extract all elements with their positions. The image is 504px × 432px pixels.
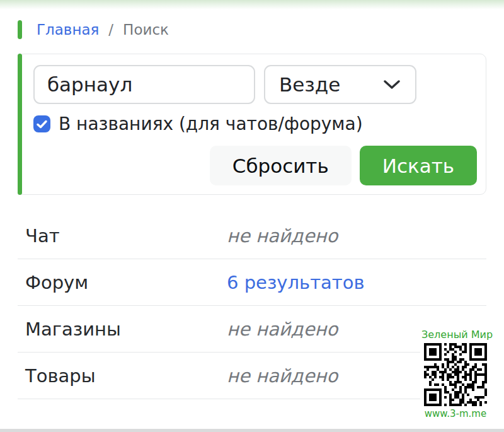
search-scope-select[interactable]: Везде (264, 65, 416, 104)
forum-results-link[interactable]: 6 результатов (227, 272, 365, 293)
watermark-url: www.3-m.me (421, 408, 490, 419)
breadcrumb-accent-bar (18, 20, 22, 39)
chevron-down-icon (384, 79, 400, 90)
result-row-value: не найдено (227, 318, 338, 340)
result-row-chat: Чат не найдено (18, 213, 486, 259)
bottom-edge (0, 429, 504, 432)
result-row-goods: Товары не найдено (18, 353, 486, 399)
titles-only-checkbox[interactable] (33, 115, 50, 132)
watermark: Зеленый Мир www.3-m.me (420, 329, 491, 421)
breadcrumb-separator: / (108, 21, 113, 38)
search-inputs-row: Везде (33, 65, 477, 104)
result-row-shops: Магазины не найдено (18, 306, 486, 353)
search-form-card: Везде В названиях (для чатов/форума) Сбр… (18, 54, 486, 195)
search-page: Главная / Поиск Везде В названиях (для ч… (0, 0, 504, 432)
breadcrumb-current: Поиск (123, 21, 169, 38)
search-query-input[interactable] (33, 65, 255, 104)
reset-button[interactable]: Сбросить (210, 146, 352, 185)
breadcrumb: Главная / Поиск (18, 20, 504, 39)
qr-code (424, 343, 487, 406)
result-row-label: Магазины (25, 318, 227, 340)
result-row-label: Чат (25, 225, 227, 247)
form-buttons-row: Сбросить Искать (33, 146, 477, 185)
result-row-label: Форум (25, 272, 227, 293)
checkmark-icon (37, 120, 47, 129)
result-row-forum: Форум 6 результатов (18, 259, 486, 306)
search-button[interactable]: Искать (360, 146, 477, 185)
result-row-label: Товары (25, 365, 227, 387)
search-scope-selected-value: Везде (279, 73, 340, 96)
breadcrumb-home-link[interactable]: Главная (37, 21, 99, 38)
top-accent-gradient (0, 0, 504, 9)
results-list: Чат не найдено Форум 6 результатов Магаз… (18, 213, 486, 399)
result-row-value: не найдено (227, 365, 338, 387)
result-row-value: не найдено (227, 225, 338, 247)
watermark-title: Зеленый Мир (421, 329, 490, 341)
titles-only-checkbox-label: В названиях (для чатов/форума) (59, 114, 363, 134)
titles-only-checkbox-row[interactable]: В названиях (для чатов/форума) (33, 114, 477, 134)
